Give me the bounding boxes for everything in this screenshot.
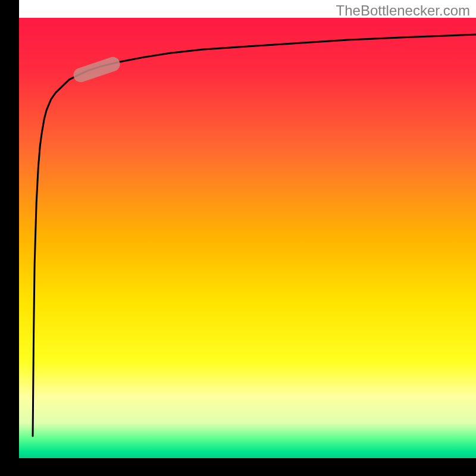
- watermark-label: TheBottlenecker.com: [336, 2, 470, 19]
- chart-svg: [0, 0, 476, 476]
- x-axis-frame: [0, 458, 476, 476]
- chart-area: TheBottlenecker.com: [0, 0, 476, 476]
- plot-background: [19, 18, 476, 458]
- y-axis-frame: [0, 0, 19, 476]
